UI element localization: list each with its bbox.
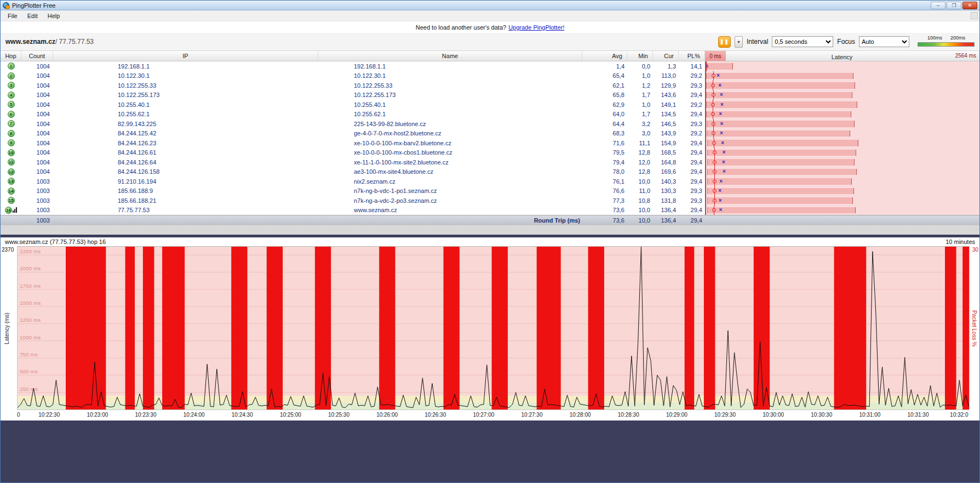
hop-cur: 143,9 xyxy=(653,130,679,137)
packet-loss-bar xyxy=(834,247,867,410)
latency-range-bar xyxy=(707,207,856,214)
hop-min: 11,1 xyxy=(627,140,653,146)
latency-minigraph: × xyxy=(705,157,979,167)
hop-row-9[interactable]: 9100484.244.126.23xe-10-0-0-100-mx-barv2… xyxy=(1,138,979,148)
hop-number-badge: 10 xyxy=(8,149,15,156)
hop-name: 10.122.255.173 xyxy=(318,92,582,98)
hop-cell: 9 xyxy=(1,138,21,148)
gridline-label: 1750 ms xyxy=(20,283,41,289)
close-button[interactable]: ✕ xyxy=(962,2,977,9)
hop-cur: 136,4 xyxy=(653,207,679,213)
hop-number-badge: 4 xyxy=(8,92,15,99)
hop-row-11[interactable]: 11100484.244.126.64xe-11-1-0-100-mx-site… xyxy=(1,157,979,167)
latency-current-marker: × xyxy=(721,140,724,146)
hop-count: 1004 xyxy=(21,92,53,98)
maximize-button[interactable]: ❐ xyxy=(947,2,961,9)
x-axis-label: 10:23:30 xyxy=(135,412,157,418)
gridline-label: 1250 ms xyxy=(20,317,41,323)
hop-packet-loss: 29,2 xyxy=(679,72,705,79)
hop-packet-loss: 29,3 xyxy=(679,82,705,89)
hop-row-2[interactable]: 2100410.122.30.110.122.30.165,41,0113,02… xyxy=(1,71,979,81)
hop-row-10[interactable]: 10100484.244.126.61xe-10-0-0-100-mx-cbos… xyxy=(1,148,979,158)
menu-file[interactable]: File xyxy=(3,11,22,21)
hop-row-8[interactable]: 8100484.244.125.42ge-4-0-7-0-mx-host2.bl… xyxy=(1,129,979,139)
hop-row-15[interactable]: 151003185.66.188.21n7k-ng-a-vdc-2-po3.se… xyxy=(1,196,979,206)
hop-min: 3,2 xyxy=(627,121,653,127)
hop-min: 10,0 xyxy=(627,178,653,185)
latency-minigraph: × xyxy=(705,167,979,177)
latency-current-marker: × xyxy=(719,178,723,184)
header-name[interactable]: Name xyxy=(318,51,582,61)
hop-ip: 10.122.255.173 xyxy=(53,92,318,98)
hop-row-4[interactable]: 4100410.122.255.17310.122.255.17365,81,7… xyxy=(1,90,979,100)
round-trip-hop-spacer xyxy=(1,215,21,225)
packet-loss-bar xyxy=(945,247,956,410)
gridline-label: 1000 ms xyxy=(20,334,41,340)
y-axis-max-label: 2370 xyxy=(2,247,14,253)
hop-packet-loss: 29,4 xyxy=(679,159,705,166)
x-axis-right-spacer xyxy=(970,410,979,421)
upgrade-link[interactable]: Upgrade PingPlotter! xyxy=(508,24,564,31)
interval-select[interactable]: 0,5 seconds xyxy=(772,36,833,47)
hop-name: 10.122.30.1 xyxy=(318,72,582,79)
header-count[interactable]: Count xyxy=(21,51,53,61)
header-pl[interactable]: PL% xyxy=(679,51,705,61)
x-axis-label: 10:28:00 xyxy=(570,412,591,418)
hop-row-14[interactable]: 141003185.66.188.9n7k-ng-b-vdc-1-po1.sez… xyxy=(1,186,979,196)
hop-row-16[interactable]: 16100377.75.77.53www.seznam.cz73,610,013… xyxy=(1,206,979,215)
latency-avg-marker xyxy=(712,132,715,135)
hop-number-badge: 2 xyxy=(8,72,15,79)
latency-timeline-plot[interactable]: 250 ms500 ms750 ms1000 ms1250 ms1500 ms1… xyxy=(17,246,970,410)
hop-min: 10,8 xyxy=(627,197,653,204)
header-latency[interactable]: 0 ms Latency 2564 ms xyxy=(705,51,979,61)
hop-number-badge: 6 xyxy=(8,111,15,118)
hop-number-badge: 14 xyxy=(8,187,15,195)
x-axis-label: 10:23:00 xyxy=(87,412,108,418)
pause-button[interactable]: ❚❚ xyxy=(718,36,731,48)
latency-range-bar xyxy=(707,197,852,204)
minimize-button[interactable]: – xyxy=(931,2,945,9)
hop-packet-loss: 29,4 xyxy=(679,207,705,213)
hop-cell: 5 xyxy=(1,100,21,110)
x-axis-label: 10:22:30 xyxy=(38,412,60,418)
header-avg[interactable]: Avg xyxy=(582,51,627,61)
hop-row-7[interactable]: 7100482.99.143.225225-143-99-82.bluetone… xyxy=(1,119,979,129)
app-window: PingPlotter Free – ❐ ✕ File Edit Help Ne… xyxy=(0,0,980,483)
focus-select[interactable]: Auto xyxy=(859,36,909,47)
hop-ip: 84.244.126.158 xyxy=(53,168,318,175)
packet-loss-bar xyxy=(231,247,247,410)
hop-row-13[interactable]: 13100391.210.16.194nix2.seznam.cz76,110,… xyxy=(1,177,979,186)
hop-cell: 2 xyxy=(1,71,21,81)
hop-cell: 12 xyxy=(1,167,21,177)
hop-row-5[interactable]: 5100410.255.40.110.255.40.162,91,0149,12… xyxy=(1,100,979,110)
hop-count: 1004 xyxy=(21,130,53,137)
hop-ip: 10.122.30.1 xyxy=(53,72,318,79)
hop-packet-loss: 29,4 xyxy=(679,111,705,117)
latency-avg-marker xyxy=(713,179,717,183)
header-ip[interactable]: IP xyxy=(53,51,318,61)
latency-avg-marker xyxy=(713,160,717,164)
round-trip-count: 1003 xyxy=(21,217,53,224)
hop-row-1[interactable]: 11004192.168.1.1192.168.1.11,40,01,314,1… xyxy=(1,61,979,71)
x-axis-label: 10:24:00 xyxy=(184,412,205,418)
hop-row-6[interactable]: 6100410.255.62.110.255.62.164,01,7134,52… xyxy=(1,110,979,120)
hop-avg: 68,3 xyxy=(582,130,627,137)
hop-cur: 134,5 xyxy=(653,111,679,117)
latency-current-marker: × xyxy=(718,82,721,88)
header-min[interactable]: Min xyxy=(627,51,653,61)
menu-edit[interactable]: Edit xyxy=(22,11,43,21)
hop-row-3[interactable]: 3100410.122.255.3310.122.255.3362,11,212… xyxy=(1,81,979,90)
latency-minigraph: × xyxy=(705,100,979,110)
packet-loss-max-label: 30 xyxy=(972,247,978,253)
header-hop[interactable]: Hop xyxy=(1,51,21,61)
hop-cur: 140,3 xyxy=(653,178,679,185)
header-cur[interactable]: Cur xyxy=(653,51,679,61)
packet-loss-bar xyxy=(685,247,695,410)
hop-row-12[interactable]: 12100484.244.126.158ae3-100-mx-site4.blu… xyxy=(1,167,979,177)
x-axis-label: 10:24:30 xyxy=(232,412,253,418)
hop-cur: 1,3 xyxy=(653,63,679,70)
pause-dropdown-icon[interactable]: ▼ xyxy=(735,36,743,48)
graph-range-label[interactable]: 10 minutes xyxy=(945,238,975,245)
menu-help[interactable]: Help xyxy=(43,11,65,21)
packet-loss-bar xyxy=(754,247,770,410)
